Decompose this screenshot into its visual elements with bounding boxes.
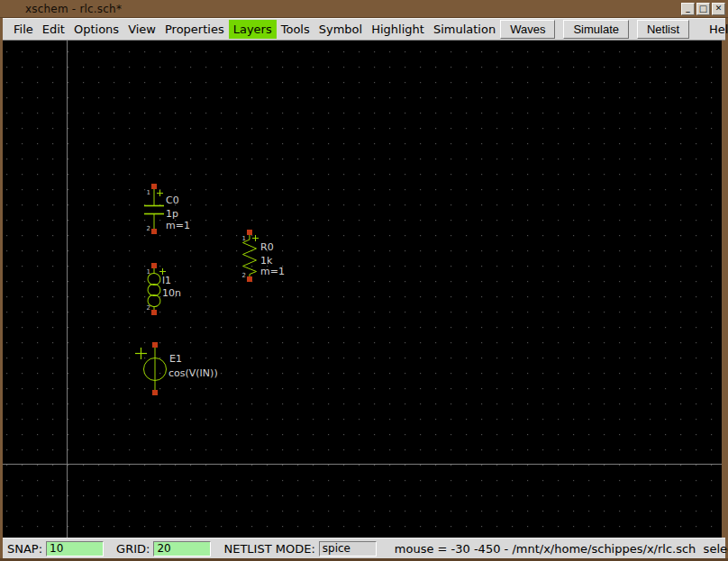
waves-button[interactable]: Waves [500,20,555,39]
status-bar: SNAP: GRID: NETLIST MODE: mouse = -30 -4… [3,538,725,558]
snap-label: SNAP: [7,542,42,556]
mouse-status-text: mouse = -30 -450 - /mnt/x/home/schippes/… [395,542,728,556]
netlist-mode-input[interactable] [319,541,377,556]
menu-highlight[interactable]: Highlight [367,20,429,39]
pin-square [151,229,157,234]
component-param: m=1 [166,220,190,231]
menu-view[interactable]: View [123,20,160,39]
grid-dots [3,41,722,538]
xschem-window: xschem - rlc.sch* _ □ ✕ File Edit Option… [0,0,728,561]
pin-number: 1 [147,268,150,276]
pin-square [151,263,157,268]
component-name: R0 [260,241,274,253]
menu-help[interactable]: Help [704,20,728,39]
snap-input[interactable] [46,541,104,556]
window-controls: _ □ ✕ [681,3,725,15]
pin-square [151,310,157,315]
close-icon[interactable]: ✕ [712,3,725,15]
minimize-icon[interactable]: _ [681,3,695,15]
pin-square [152,342,158,348]
title-bar[interactable]: xschem - rlc.sch* _ □ ✕ [0,0,728,18]
pin-square [247,276,252,282]
menu-symbol[interactable]: Symbol [314,20,367,39]
grid-input[interactable] [153,541,211,556]
pin-number: 2 [147,225,150,232]
menu-options[interactable]: Options [69,20,123,39]
grid-label: GRID: [116,542,150,556]
component-name: C0 [166,195,179,206]
pin-number: 2 [242,272,246,279]
window-title: xschem - rlc.sch* [25,3,122,15]
component-name: E1 [169,353,182,365]
component-value: 1p [166,208,178,220]
netlist-mode-label: NETLIST MODE: [223,542,314,556]
component-param: m=1 [260,266,285,277]
menu-tools[interactable]: Tools [277,20,314,39]
netlist-button[interactable]: Netlist [637,20,689,39]
pin-square [152,390,158,395]
pin-number: 1 [147,189,150,196]
component-name: l1 [162,275,171,286]
pin-number: 1 [242,235,246,242]
simulate-button[interactable]: Simulate [563,20,629,39]
component-value: cos(V(IN)) [168,367,218,379]
menu-file[interactable]: File [9,20,38,39]
schematic-canvas[interactable]: 1 2 C0 1p m=1 1 2 R0 1k m=1 [3,41,722,538]
pin-square [151,184,157,189]
menu-properties[interactable]: Properties [160,20,229,39]
component-value: 10n [162,287,181,299]
menu-layers[interactable]: Layers [229,20,277,39]
pin-square [247,230,252,235]
maximize-icon[interactable]: □ [696,3,710,15]
menu-edit[interactable]: Edit [38,20,69,39]
menu-simulation[interactable]: Simulation [429,20,500,39]
pin-number: 2 [147,304,150,312]
menu-bar: File Edit Options View Properties Layers… [3,18,725,41]
